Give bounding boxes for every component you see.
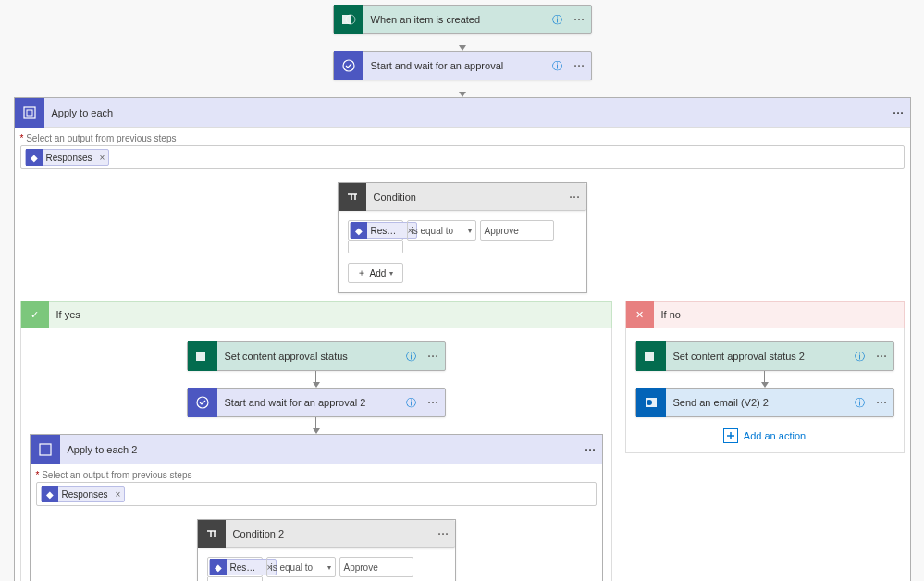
svg-point-6 [197,397,208,408]
sharepoint-icon [188,341,217,371]
chevron-down-icon: ▾ [468,227,472,235]
each2-hint: * Select an output from previous steps [31,464,602,482]
info-icon[interactable]: ⓘ [547,59,569,73]
email-2-card[interactable]: Send an email (V2) 2 ⓘ ··· [635,388,894,417]
svg-rect-3 [24,107,35,118]
condition-header[interactable]: Condition ··· [339,183,586,211]
each-title: Apply to each [44,107,888,118]
each2-input[interactable]: ◆ Responses × [36,482,597,506]
more-icon[interactable]: ··· [564,192,586,203]
more-icon[interactable]: ··· [888,107,910,118]
if-no-header[interactable]: ✕ If no [625,301,905,328]
more-icon[interactable]: ··· [580,444,602,455]
condition2-operator[interactable]: is equal to▾ [266,557,336,577]
svg-rect-14 [645,352,654,361]
arrow-icon [313,371,320,388]
if-yes-branch: ✓ If yes Set content approval status ⓘ ·… [20,301,612,581]
remove-token-icon[interactable]: × [112,489,125,500]
condition-box: Condition ··· ◆ Respons... × i [338,182,587,293]
foreach-icon [15,98,44,128]
add-condition-button[interactable]: ＋Add▾ [348,263,403,283]
condition2-header[interactable]: Condition 2 ··· [198,520,455,548]
sharepoint-icon [636,341,666,371]
arrow-icon [313,417,320,434]
condition-right[interactable]: Approve [480,220,554,241]
condition-operator[interactable]: is equal to▾ [407,220,476,241]
sharepoint-icon [334,5,363,34]
foreach-icon [31,435,60,464]
svg-rect-5 [196,352,205,361]
approval2-card[interactable]: Start and wait for an approval 2 ⓘ ··· [187,388,446,417]
more-icon[interactable]: ··· [569,60,591,71]
condition2-left[interactable]: ◆ Respons... × [207,557,263,577]
check-icon: ✓ [21,301,49,328]
token-icon: ◆ [26,149,43,166]
more-icon[interactable]: ··· [423,397,445,408]
if-yes-header[interactable]: ✓ If yes [20,301,612,328]
info-icon[interactable]: ⓘ [547,13,569,27]
more-icon[interactable]: ··· [433,528,455,539]
token-icon: ◆ [351,222,367,239]
x-icon: ✕ [626,301,654,328]
condition-icon [339,183,366,211]
token-icon: ◆ [42,486,58,502]
svg-point-16 [647,400,652,405]
plus-icon: ＋ [357,266,366,279]
plus-box-icon [723,428,738,443]
chevron-down-icon: ▾ [327,563,331,572]
trigger-title: When an item is created [363,14,547,25]
approval-card[interactable]: Start and wait for an approval ⓘ ··· [333,51,592,80]
apply-to-each-2-header[interactable]: Apply to each 2 ··· [31,435,602,464]
arrow-icon [459,34,466,51]
more-icon[interactable]: ··· [871,351,893,362]
each-hint: * Select an output from previous steps [15,128,910,145]
condition-icon [198,520,226,548]
if-no-branch: ✕ If no Set content approval status 2 ⓘ … [625,301,905,453]
approval-icon [334,51,363,80]
approval-title: Start and wait for an approval [363,60,547,71]
more-icon[interactable]: ··· [569,14,591,25]
approval-icon [188,388,217,417]
condition-extra-cell[interactable] [348,241,403,253]
arrow-icon [761,371,769,388]
condition2-box: Condition 2 ··· ◆ Respons... [197,519,456,581]
more-icon[interactable]: ··· [871,397,893,408]
info-icon[interactable]: ⓘ [849,350,871,364]
remove-token-icon[interactable]: × [96,153,109,163]
more-icon[interactable]: ··· [423,351,445,362]
add-action-button[interactable]: Add an action [723,417,806,443]
each-input[interactable]: ◆ Responses × [20,145,905,169]
responses-token[interactable]: ◆ Responses × [25,149,110,166]
responses-token[interactable]: ◆ Responses × [41,486,126,502]
condition-left[interactable]: ◆ Respons... × [348,220,403,241]
chevron-down-icon: ▾ [389,269,393,278]
trigger-card[interactable]: When an item is created ⓘ ··· [333,5,592,34]
svg-rect-7 [40,444,51,455]
info-icon[interactable]: ⓘ [400,350,423,364]
condition2-extra-cell[interactable] [207,577,263,581]
condition2-right[interactable]: Approve [339,557,413,577]
info-icon[interactable]: ⓘ [400,396,423,410]
token-icon: ◆ [210,559,227,575]
svg-point-2 [343,60,354,71]
apply-to-each-header[interactable]: Apply to each ··· [15,98,910,128]
arrow-icon [459,80,466,97]
outlook-icon [636,388,666,417]
set-status-card[interactable]: Set content approval status ⓘ ··· [187,341,446,371]
apply-to-each-container: Apply to each ··· * Select an output fro… [14,97,911,581]
apply-to-each-2-container: Apply to each 2 ··· * Select an output f… [30,434,603,581]
info-icon[interactable]: ⓘ [849,396,871,410]
svg-rect-4 [27,110,32,116]
set-status-2-card[interactable]: Set content approval status 2 ⓘ ··· [635,341,894,371]
